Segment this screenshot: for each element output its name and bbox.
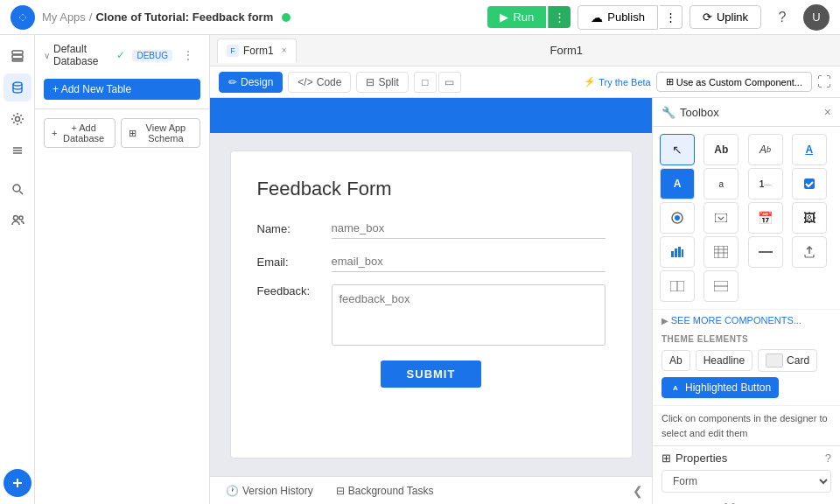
custom-component-label: Use as Custom Component... <box>676 77 802 88</box>
svg-point-4 <box>13 82 22 86</box>
theme-highlighted-icon: A <box>669 382 682 394</box>
properties-help-icon[interactable]: ? <box>825 452 831 465</box>
avatar[interactable]: U <box>803 4 830 31</box>
try-beta-link[interactable]: ⚡ Try the Beta <box>584 76 651 88</box>
publish-more-button[interactable]: ⋮ <box>660 5 682 29</box>
svg-rect-1 <box>12 51 23 54</box>
split-button[interactable]: ⊟ Split <box>356 72 408 93</box>
email-input[interactable] <box>332 251 606 272</box>
tool-date-picker[interactable]: 📅 <box>748 202 783 234</box>
expand-icon[interactable]: ⛶ <box>817 74 831 90</box>
code-button[interactable]: </> Code <box>288 72 351 93</box>
tool-file-upload[interactable] <box>792 236 827 268</box>
theme-header: THEME ELEMENTS <box>653 331 840 346</box>
db-more-icon[interactable]: ⋮ <box>176 42 200 68</box>
tasks-icon: ⊟ <box>336 485 345 497</box>
tool-text-body[interactable]: Ab <box>704 134 738 165</box>
feedback-label: Feedback: <box>257 284 332 298</box>
run-button[interactable]: ▶ Run <box>487 6 546 28</box>
toolbox-header: 🔧 Toolbox × <box>653 98 840 127</box>
breadcrumb-sep: / <box>89 10 93 24</box>
uplink-button[interactable]: ⟳ Uplink <box>690 5 761 29</box>
nav-icon-list[interactable] <box>4 136 32 164</box>
tool-text-small[interactable]: a <box>704 168 738 200</box>
svg-point-0 <box>20 15 25 20</box>
toolbox-title: Toolbox <box>680 106 719 119</box>
background-tasks-button[interactable]: ⊟ Background Tasks <box>329 482 441 500</box>
plus-icon: + <box>52 128 57 138</box>
svg-rect-19 <box>671 251 674 257</box>
tool-data-grid[interactable] <box>704 236 738 268</box>
canvas-right-split: Feedback Form Name: Email: Feedback: <box>210 98 840 504</box>
tool-image[interactable]: 🖼 <box>792 202 827 234</box>
see-more-components[interactable]: ▶ SEE MORE COMPONENTS... <box>653 309 840 331</box>
form-container: Feedback Form Name: Email: Feedback: <box>230 150 633 458</box>
svg-point-9 <box>13 185 20 192</box>
theme-card-item[interactable]: Card <box>758 349 817 372</box>
nav-icon-database[interactable] <box>4 74 32 102</box>
theme-highlighted-label: Highlighted Button <box>685 382 771 394</box>
design-icon: ✏ <box>228 76 237 88</box>
db-chevron[interactable]: ∨ <box>44 51 50 60</box>
canvas-header-bar <box>210 98 652 133</box>
nav-icon-settings[interactable] <box>4 105 32 133</box>
design-button[interactable]: ✏ Design <box>219 72 283 93</box>
main-layout: ∨ Default Database ✓ DEBUG ⋮ + Add New T… <box>0 35 840 504</box>
view-size-mobile[interactable]: ▭ <box>438 72 461 93</box>
tool-checkbox[interactable] <box>792 168 827 200</box>
view-schema-button[interactable]: ⊞ View App Schema <box>121 118 200 148</box>
theme-card-label: Card <box>787 354 809 367</box>
email-label: Email: <box>257 256 332 269</box>
view-size-desktop[interactable]: □ <box>414 72 437 93</box>
tool-chart[interactable] <box>660 236 695 268</box>
see-more-label: SEE MORE COMPONENTS... <box>671 315 802 326</box>
tool-radio[interactable] <box>660 202 695 234</box>
theme-headline-item[interactable]: Headline <box>696 350 752 371</box>
tool-number-input[interactable]: 1— <box>748 168 783 200</box>
toolbox-close-button[interactable]: × <box>824 105 831 119</box>
publish-icon: ☁ <box>591 10 603 24</box>
tool-horizontal-line[interactable] <box>748 236 783 268</box>
theme-highlighted-button-item[interactable]: A Highlighted Button <box>662 377 779 398</box>
help-button[interactable]: ? <box>768 4 796 32</box>
tool-cursor[interactable]: ↖ <box>660 134 695 165</box>
app-name: Clone of Tutorial: Feedback form <box>95 10 273 24</box>
tool-text-input[interactable]: A <box>660 168 695 200</box>
feedback-textarea[interactable] <box>332 284 606 346</box>
toolbox-grid: ↖ Ab Ab A A a 1— <box>653 127 840 309</box>
custom-icon: ⊞ <box>666 76 674 88</box>
name-label: Name: <box>257 222 332 235</box>
add-database-button[interactable]: + + Add Database <box>44 118 116 148</box>
feedback-textarea-wrap <box>332 284 606 348</box>
tool-row-layout[interactable] <box>704 270 738 302</box>
svg-rect-2 <box>12 55 23 59</box>
tab-form1[interactable]: F Form1 × <box>217 38 297 63</box>
tool-column-layout[interactable] <box>660 270 695 302</box>
nav-icon-add[interactable] <box>4 469 32 497</box>
custom-component-button[interactable]: ⊞ Use as Custom Component... <box>656 72 812 92</box>
version-history-button[interactable]: 🕐 Version History <box>219 482 320 500</box>
nav-icon-search[interactable] <box>4 175 32 203</box>
props-name-value: self <box>712 501 736 505</box>
publish-button-group: ☁ Publish ⋮ <box>578 5 682 30</box>
tool-text-link[interactable]: A <box>792 134 827 165</box>
my-apps-link[interactable]: My Apps <box>42 10 86 24</box>
theme-text-item[interactable]: Ab <box>662 350 690 371</box>
name-input[interactable] <box>332 218 606 239</box>
svg-rect-18 <box>715 214 727 222</box>
properties-title: Properties <box>676 452 727 465</box>
tool-dropdown[interactable] <box>704 202 738 234</box>
tab-close-icon[interactable]: × <box>282 46 287 55</box>
add-table-button[interactable]: + Add New Table <box>44 79 200 100</box>
svg-rect-21 <box>678 247 681 257</box>
properties-type-select[interactable]: Form <box>662 470 831 493</box>
tool-text-heading[interactable]: Ab <box>748 134 783 165</box>
collapse-button[interactable]: ❮ <box>633 484 643 498</box>
nav-icon-layers[interactable] <box>4 42 32 70</box>
publish-button[interactable]: ☁ Publish <box>578 5 658 30</box>
run-more-button[interactable]: ⋮ <box>548 6 570 28</box>
props-name-row: name self <box>653 498 840 504</box>
submit-button[interactable]: SUBMIT <box>381 360 482 388</box>
nav-icon-users[interactable] <box>4 206 32 234</box>
split-icon: ⊟ <box>366 76 374 88</box>
